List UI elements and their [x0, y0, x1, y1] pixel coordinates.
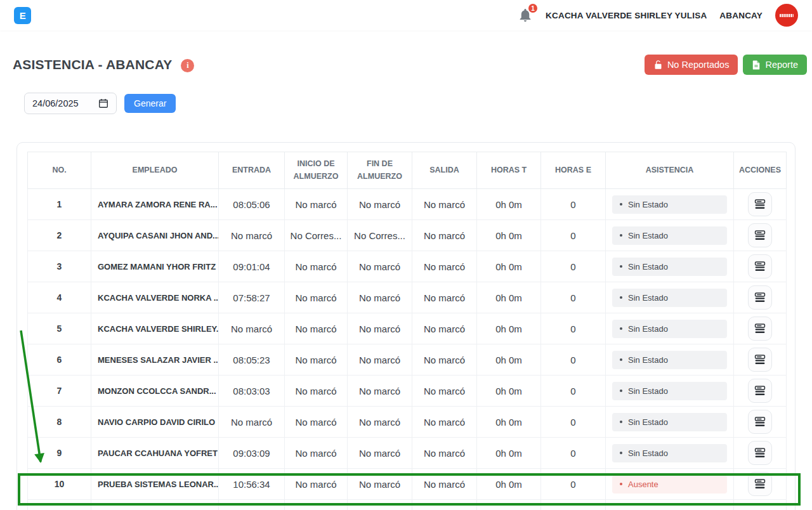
acciones-cell — [734, 469, 787, 500]
record-details-icon — [754, 260, 766, 273]
avatar[interactable] — [775, 4, 798, 27]
entrada-cell: 07:58:27 — [219, 282, 285, 313]
column-header: NO. — [28, 152, 91, 189]
pdf-file-icon — [752, 60, 761, 70]
table-row: 5 KCACHA VALVERDE SHIRLEY... No marcó No… — [28, 313, 787, 344]
acciones-cell — [734, 344, 787, 376]
employee-name-cell: KCACHA VALVERDE NORKA ... — [91, 282, 219, 313]
row-actions-button[interactable] — [748, 192, 772, 216]
salida-cell: No marcó — [412, 376, 477, 407]
status-badge: Sin Estado — [612, 195, 727, 214]
fin-almuerzo-cell: No marcó — [348, 313, 412, 344]
table-row: 1 AYMARA ZAMORA RENE RA... 08:05:06 No m… — [28, 189, 787, 220]
app-logo[interactable]: E — [14, 7, 31, 24]
horas-e-cell: 0 — [541, 282, 606, 313]
inicio-almuerzo-cell: No marcó — [285, 469, 348, 500]
status-label: Sin Estado — [628, 386, 668, 396]
entrada-cell: 09:01:04 — [219, 251, 285, 282]
horas-t-cell: 0h 0m — [477, 407, 541, 438]
status-dot — [620, 265, 622, 268]
generar-button[interactable]: Generar — [124, 94, 176, 113]
horas-e-cell: 0 — [541, 251, 606, 282]
fin-almuerzo-cell: No marcó — [348, 251, 412, 282]
status-badge: Sin Estado — [612, 289, 727, 307]
horas-e-cell: 0 — [541, 469, 606, 500]
table-row: 3 GOMEZ MAMANI YHOR FRITZ 09:01:04 No ma… — [28, 251, 787, 282]
fin-almuerzo-cell: No marcó — [348, 438, 412, 469]
unlock-icon — [653, 60, 663, 70]
horas-t-cell: 0h 0m — [477, 438, 541, 469]
horas-t-cell: 0h 0m — [477, 220, 541, 251]
no-reportados-button[interactable]: No Reportados — [645, 55, 738, 75]
horas-e-cell: 0 — [541, 313, 606, 344]
acciones-cell — [734, 376, 787, 407]
inicio-almuerzo-cell: No marcó — [285, 313, 348, 344]
user-name: KCACHA VALVERDE SHIRLEY YULISA — [546, 11, 707, 20]
record-details-icon — [754, 229, 766, 242]
row-actions-button[interactable] — [748, 348, 772, 372]
salida-cell: No marcó — [412, 251, 477, 282]
row-actions-button[interactable] — [748, 379, 772, 403]
fin-almuerzo-cell: No marcó — [348, 376, 412, 407]
column-header: ACCIONES — [734, 152, 787, 189]
status-dot — [620, 203, 622, 206]
status-dot — [620, 358, 622, 361]
inicio-almuerzo-cell: No marcó — [285, 376, 348, 407]
status-label: Sin Estado — [628, 231, 668, 240]
row-actions-button[interactable] — [748, 441, 772, 465]
row-actions-button[interactable] — [748, 254, 772, 278]
status-badge: Sin Estado — [612, 226, 727, 245]
inicio-almuerzo-cell: No marcó — [285, 344, 348, 376]
row-actions-button[interactable] — [748, 285, 772, 310]
inicio-almuerzo-cell: No marcó — [285, 189, 348, 220]
table-row: 8 NAVIO CARPIO DAVID CIRILO No marcó No … — [28, 407, 787, 438]
calendar-icon[interactable] — [98, 98, 108, 108]
horas-e-cell: 0 — [541, 438, 606, 469]
info-icon[interactable]: i — [181, 59, 194, 72]
employee-name-cell: NAVIO CARPIO DAVID CIRILO — [91, 407, 219, 438]
record-details-icon — [754, 291, 766, 304]
fin-almuerzo-cell: No marcó — [348, 189, 412, 220]
acciones-cell — [734, 438, 787, 469]
table-header-row: NO.EMPLEADOENTRADAINICIO DE ALMUERZOFIN … — [28, 152, 787, 189]
notifications-button[interactable]: 1 — [518, 8, 533, 23]
entrada-cell: No marcó — [219, 313, 285, 344]
date-input[interactable]: 24/06/2025 — [24, 93, 117, 114]
employee-name-cell: AYQUIPA CASANI JHON AND... — [91, 220, 219, 251]
row-actions-button[interactable] — [748, 223, 772, 247]
status-label: Sin Estado — [628, 324, 668, 334]
row-actions-button[interactable] — [748, 410, 772, 434]
salida-cell: No marcó — [412, 282, 477, 313]
status-label: Sin Estado — [628, 417, 668, 427]
reporte-button[interactable]: Reporte — [743, 55, 807, 75]
row-number-cell: 7 — [28, 376, 91, 407]
asistencia-cell: Sin Estado — [606, 220, 734, 251]
row-number-cell: 5 — [28, 313, 91, 344]
status-dot — [620, 421, 622, 423]
row-actions-button[interactable] — [748, 472, 772, 496]
salida-cell: No marcó — [412, 469, 477, 500]
salida-cell: No marcó — [412, 313, 477, 344]
column-header: FIN DE ALMUERZO — [348, 152, 412, 189]
avatar-logo-mark — [780, 14, 794, 17]
status-dot — [620, 296, 622, 299]
asistencia-cell: Sin Estado — [606, 189, 734, 220]
status-dot — [620, 234, 622, 237]
horas-t-cell: 0h 0m — [477, 376, 541, 407]
date-value: 24/06/2025 — [32, 98, 79, 108]
fin-almuerzo-cell: No marcó — [348, 282, 412, 313]
status-label: Sin Estado — [628, 448, 668, 458]
row-actions-button[interactable] — [748, 317, 772, 341]
horas-t-cell: 0h 0m — [477, 313, 541, 344]
status-dot — [620, 483, 622, 485]
employee-name-cell: AYMARA ZAMORA RENE RA... — [91, 189, 219, 220]
table-row — [28, 500, 787, 510]
status-badge: Ausente — [612, 475, 727, 494]
inicio-almuerzo-cell: No Corres... — [285, 220, 348, 251]
asistencia-cell: Ausente — [606, 469, 734, 500]
status-badge: Sin Estado — [612, 413, 727, 431]
horas-t-cell: 0h 0m — [477, 189, 541, 220]
employee-name-cell: MENESES SALAZAR JAVIER ... — [91, 344, 219, 376]
table-row: 6 MENESES SALAZAR JAVIER ... 08:05:23 No… — [28, 344, 787, 376]
fin-almuerzo-cell: No marcó — [348, 344, 412, 376]
